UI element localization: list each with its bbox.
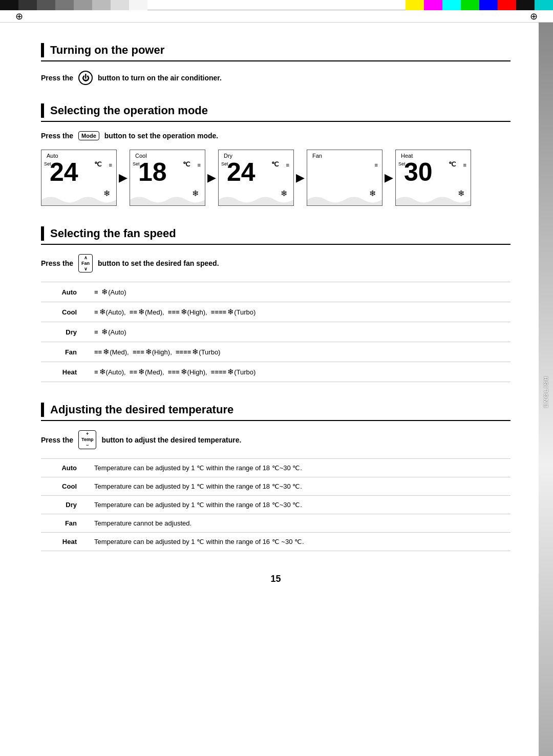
temp-button-icon: + Temp − (78, 430, 96, 449)
mode-display-auto: Auto Set 24 ℃ ≡ ❄ (41, 150, 117, 206)
temp-desc-heat: Temperature can be adjusted by 1 ℃ withi… (87, 532, 511, 551)
arrow-4: ▶ (385, 171, 393, 184)
temp-row-cool: Cool Temperature can be adjusted by 1 ℃ … (41, 477, 511, 495)
temp-row-auto: Auto Temperature can be adjusted by 1 ℃ … (41, 458, 511, 477)
heat-lines: ≡ (463, 161, 466, 169)
language-label: ENGLISH (543, 375, 549, 408)
arrow-1: ▶ (119, 171, 127, 184)
section2-title: Selecting the operation mode (41, 103, 511, 122)
fan-button-icon: ∧ Fan ∨ (78, 254, 93, 272)
section1-title: Turning on the power (41, 43, 511, 61)
cool-degree: ℃ (183, 160, 190, 168)
auto-wave (41, 194, 116, 205)
title-bar-2 (41, 103, 44, 118)
mode-display-cool: Cool Set 18 ℃ ≡ ❄ (130, 150, 205, 206)
arrow-3: ▶ (296, 171, 305, 184)
power-button-icon: ⏻ (78, 71, 93, 85)
heat-temp: 30 (404, 159, 433, 185)
mode-display-fan: Fan ≡ ❄ (307, 150, 382, 206)
arrow-2: ▶ (207, 171, 216, 184)
speed-mode-cool: Cool (41, 302, 87, 322)
speed-row-heat: Heat ≡❄(Auto), ≡≡❄(Med), ≡≡≡❄(High), ≡≡≡… (41, 362, 511, 382)
dry-wave (219, 194, 293, 205)
section3-instruction: Press the ∧ Fan ∨ button to set the desi… (41, 254, 511, 272)
dry-lines: ≡ (286, 161, 289, 169)
speed-mode-heat: Heat (41, 362, 87, 382)
section-temperature: Adjusting the desired temperature Press … (41, 403, 511, 551)
fan-lines: ≡ (375, 161, 378, 169)
mode-display-dry: Dry Set 24 ℃ ≡ ❄ (218, 150, 294, 206)
temp-row-fan: Fan Temperature cannot be adjusted. (41, 514, 511, 532)
speed-icons-auto: ≡ ❄(Auto) (87, 282, 511, 302)
speed-icons-cool: ≡❄(Auto), ≡≡❄(Med), ≡≡≡❄(High), ≡≡≡≡❄(Tu… (87, 302, 511, 322)
temp-row-heat: Heat Temperature can be adjusted by 1 ℃ … (41, 532, 511, 551)
temp-desc-fan: Temperature cannot be adjusted. (87, 514, 511, 532)
registration-mark-left: ⊕ (15, 11, 23, 22)
temp-mode-heat: Heat (41, 532, 87, 551)
section-operation-mode: Selecting the operation mode Press the M… (41, 103, 511, 206)
section-fan-speed: Selecting the fan speed Press the ∧ Fan … (41, 226, 511, 382)
section1-instruction: Press the ⏻ button to turn on the air co… (41, 71, 511, 85)
speed-row-cool: Cool ≡❄(Auto), ≡≡❄(Med), ≡≡≡❄(High), ≡≡≡… (41, 302, 511, 322)
mode-diagrams-container: Auto Set 24 ℃ ≡ ❄ ▶ Cool (41, 150, 511, 206)
speed-row-fan: Fan ≡≡❄(Med), ≡≡≡❄(High), ≡≡≡≡❄(Turbo) (41, 342, 511, 362)
temp-mode-dry: Dry (41, 495, 87, 514)
auto-degree: ℃ (94, 160, 102, 168)
registration-mark-right: ⊕ (530, 11, 538, 22)
cool-temp: 18 (138, 159, 167, 185)
auto-temp: 24 (50, 159, 78, 185)
speed-mode-fan: Fan (41, 342, 87, 362)
speed-icons-dry: ≡ ❄(Auto) (87, 322, 511, 342)
title-bar-1 (41, 43, 44, 57)
temp-desc-cool: Temperature can be adjusted by 1 ℃ withi… (87, 477, 511, 495)
mode-button-icon: Mode (78, 131, 99, 140)
auto-lines: ≡ (109, 161, 112, 169)
speed-row-auto: Auto ≡ ❄(Auto) (41, 282, 511, 302)
heat-degree: ℃ (449, 160, 456, 168)
section4-instruction: Press the + Temp − button to adjust the … (41, 430, 511, 449)
speed-icons-fan: ≡≡❄(Med), ≡≡≡❄(High), ≡≡≡≡❄(Turbo) (87, 342, 511, 362)
temp-mode-auto: Auto (41, 458, 87, 477)
temp-mode-cool: Cool (41, 477, 87, 495)
speed-mode-dry: Dry (41, 322, 87, 342)
temperature-table: Auto Temperature can be adjusted by 1 ℃ … (41, 458, 511, 551)
heat-wave (396, 194, 471, 205)
page-number: 15 (41, 570, 511, 589)
section3-title: Selecting the fan speed (41, 226, 511, 245)
temp-desc-auto: Temperature can be adjusted by 1 ℃ withi… (87, 458, 511, 477)
speed-icons-heat: ≡❄(Auto), ≡≡❄(Med), ≡≡≡❄(High), ≡≡≡≡❄(Tu… (87, 362, 511, 382)
mode-display-heat: Heat Set 30 ℃ ≡ ❄ (395, 150, 471, 206)
dry-temp: 24 (227, 159, 256, 185)
fan-speed-table: Auto ≡ ❄(Auto) Cool ≡❄(Auto), ≡≡❄(Med), … (41, 282, 511, 382)
language-tab: ENGLISH (539, 23, 553, 756)
section4-title: Adjusting the desired temperature (41, 403, 511, 421)
fan-wave (307, 194, 382, 205)
temp-row-dry: Dry Temperature can be adjusted by 1 ℃ w… (41, 495, 511, 514)
section2-instruction: Press the Mode button to set the operati… (41, 131, 511, 140)
section-turning-on-power: Turning on the power Press the ⏻ button … (41, 43, 511, 85)
title-bar-3 (41, 226, 44, 241)
temp-mode-fan: Fan (41, 514, 87, 532)
title-bar-4 (41, 403, 44, 417)
cool-lines: ≡ (198, 161, 201, 169)
temp-desc-dry: Temperature can be adjusted by 1 ℃ withi… (87, 495, 511, 514)
speed-row-dry: Dry ≡ ❄(Auto) (41, 322, 511, 342)
speed-mode-auto: Auto (41, 282, 87, 302)
fan-label: Fan (312, 153, 322, 159)
cool-wave (130, 194, 205, 205)
dry-degree: ℃ (271, 160, 279, 168)
